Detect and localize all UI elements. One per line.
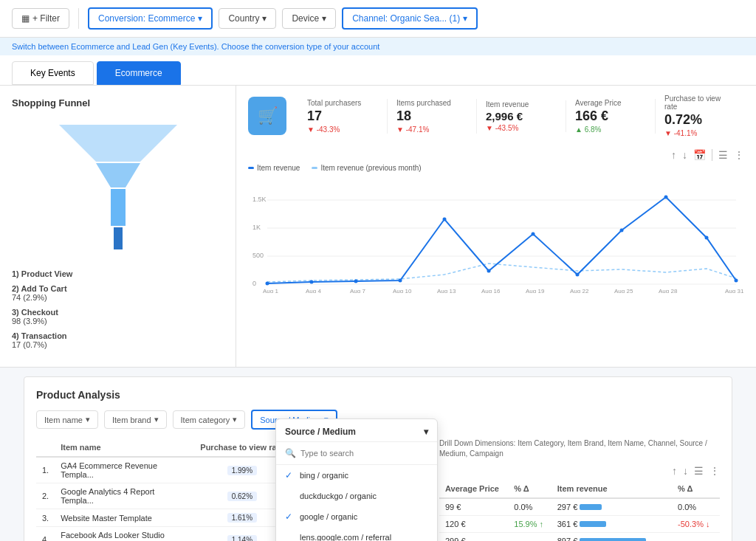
svg-point-15 [399,279,402,283]
svg-text:1.5K: 1.5K [252,196,267,203]
divider [78,8,79,29]
metric-change: ▼ -47.1% [396,125,467,134]
dropdown-header: Source / Medium ▾ [276,419,437,442]
svg-text:Aug 28: Aug 28 [659,288,678,293]
svg-text:Aug 25: Aug 25 [614,288,633,293]
table-row: 299 €-897 € - [439,533,720,542]
metric-change: ▼ -43.5% [486,124,557,132]
step-3-label: 3) Checkout [12,308,58,317]
filter-bar: ▦ + Filter Conversion: Ecommerce ▾ Count… [0,0,756,38]
legend-dashed-label: Item revenue (previous month) [320,164,421,172]
right-table-section: Drill Down Dimensions: Item Category, It… [439,438,720,541]
step-1-label: 1) Product View [12,269,72,278]
table-filter-button[interactable]: ☰ [694,465,704,477]
svg-point-13 [310,280,314,284]
filter-label: Item brand [112,416,151,424]
svg-rect-3 [114,227,123,249]
svg-point-18 [532,232,535,236]
svg-point-19 [576,273,580,277]
chevron-down-icon: ▾ [262,13,267,24]
metric-label: Item revenue [486,100,557,108]
channel-filter[interactable]: Channel: Organic Sea... (1) ▾ [342,7,478,30]
metric-label: Items purchased [396,99,467,107]
table-more-button[interactable]: ⋮ [709,465,720,477]
conversion-filter[interactable]: Conversion: Ecommerce ▾ [88,7,213,30]
chart-up-button[interactable]: ↑ [671,149,676,161]
filter-button[interactable]: ▦ + Filter [12,8,69,29]
chart-legend: Item revenue Item revenue (previous mont… [248,164,744,172]
svg-text:Aug 4: Aug 4 [306,288,321,293]
table-up-button[interactable]: ↑ [672,465,677,477]
svg-text:Aug 22: Aug 22 [570,288,589,293]
svg-text:Aug 10: Aug 10 [393,288,412,293]
metric-value: 18 [396,108,467,124]
dropdown-item-bing[interactable]: ✓ bing / organic [276,465,437,486]
funnel-svg [44,117,192,258]
cart-icon-box: 🛒 [248,97,286,135]
revenue-chart: 0 500 1K 1.5K [248,175,744,293]
funnel-step-3: 3) Checkout 98 (3.9%) [12,308,224,325]
metric-total-purchasers: Total purchasers 17 ▼ -43.3% [298,99,388,134]
chart-calendar-button[interactable]: 📅 [693,149,706,161]
tab-key-events[interactable]: Key Events [12,61,94,85]
chevron-down-icon: ▾ [463,13,467,24]
chevron-down-icon: ▾ [198,13,202,24]
metric-avg-price: Average Price 166 € ▲ 6.8% [566,99,656,134]
right-table-body: 99 €0.0%297 € 0.0% 120 €15.9% ↑361 € -50… [439,498,720,541]
metrics-chart-panel: 🛒 Total purchasers 17 ▼ -43.3% Items pur… [236,86,756,367]
svg-marker-0 [59,125,177,162]
tab-ecommerce[interactable]: Ecommerce [97,61,181,85]
chart-filter-button[interactable]: ☰ [718,149,728,161]
svg-text:Aug 16: Aug 16 [481,288,501,293]
conversion-label: Conversion: Ecommerce [98,13,195,24]
svg-point-20 [620,229,624,232]
svg-text:Aug 1: Aug 1 [263,288,278,293]
table-row: 99 €0.0%297 € 0.0% [439,498,720,516]
legend-item-previous: Item revenue (previous month) [312,164,421,172]
svg-text:Aug 13: Aug 13 [437,288,456,293]
legend-dot-solid [248,167,254,169]
metric-value: 2,996 € [486,110,557,123]
svg-point-14 [354,280,358,283]
chart-controls: ↑ ↓ 📅 ☰ ⋮ [248,149,744,161]
chevron-down-icon: ▾ [322,13,326,24]
funnel-visual [12,117,224,258]
item-name-filter[interactable]: Item name ▾ [36,410,98,429]
search-icon: 🔍 [285,448,296,458]
funnel-step-2: 2) Add To Cart 74 (2.9%) [12,284,224,302]
source-medium-dropdown: Source / Medium ▾ 🔍 ✓ bing / organic ✓ d… [275,418,438,541]
right-table-header: Average Price % Δ Item revenue % Δ [439,480,720,498]
dropdown-item-label: lens.google.com / referral [300,533,391,541]
chart-more-button[interactable]: ⋮ [734,149,744,161]
dropdown-item-duckduckgo[interactable]: ✓ duckduckgo / organic [276,486,437,506]
device-filter[interactable]: Device ▾ [282,8,336,29]
metric-value: 166 € [575,108,646,124]
product-analysis-section: Product Analysis Item name ▾ Item brand … [0,376,756,541]
dropdown-item-lens[interactable]: ✓ lens.google.com / referral [276,527,437,541]
svg-point-23 [735,279,738,283]
metric-change: ▼ -43.3% [307,125,378,134]
country-filter[interactable]: Country ▾ [219,8,276,29]
col-price-delta: % Δ [508,480,551,498]
item-brand-filter[interactable]: Item brand ▾ [104,410,167,429]
legend-item-current: Item revenue [248,164,300,172]
dropdown-search-input[interactable] [300,449,428,458]
table-down-button[interactable]: ↓ [683,465,688,477]
svg-text:Aug 7: Aug 7 [350,288,365,293]
item-category-filter[interactable]: Item category ▾ [173,410,246,429]
dropdown-search-box[interactable]: 🔍 [276,442,437,465]
chevron-icon: ▾ [233,415,237,424]
dropdown-item-label: duckduckgo / organic [300,492,377,500]
funnel-steps: 1) Product View 2) Add To Cart 74 (2.9%)… [12,269,224,349]
svg-point-12 [266,282,269,286]
metric-change: ▼ -41.1% [664,129,735,137]
col-header-item-name: Item name [55,438,194,457]
chart-down-button[interactable]: ↓ [682,149,687,161]
dropdown-item-google[interactable]: ✓ google / organic [276,506,437,527]
check-icon: ✓ [285,532,294,541]
metric-value: 17 [307,108,378,124]
divider [712,149,712,161]
funnel-step-4: 4) Transaction 17 (0.7%) [12,331,224,349]
svg-point-21 [664,196,668,199]
chart-area: 0 500 1K 1.5K [248,175,744,295]
